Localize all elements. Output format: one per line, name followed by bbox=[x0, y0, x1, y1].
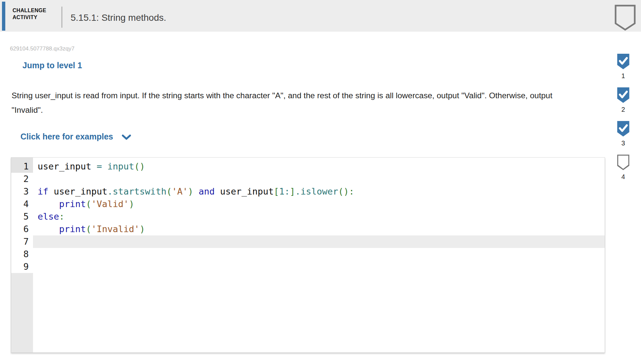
level-progress-column: 1234 bbox=[614, 54, 632, 188]
code-line[interactable]: 3if user_input.startswith('A') and user_… bbox=[11, 185, 605, 198]
completed-shield-icon bbox=[617, 121, 629, 136]
code-token: ) bbox=[188, 186, 193, 197]
line-number: 6 bbox=[11, 223, 33, 235]
code-text[interactable] bbox=[33, 235, 605, 248]
code-token bbox=[38, 199, 59, 209]
code-token: ( bbox=[86, 224, 91, 234]
code-token: = bbox=[97, 161, 102, 171]
code-token: 'Invalid' bbox=[91, 224, 140, 234]
code-token: .islower bbox=[295, 186, 338, 197]
activity-title: 5.15.1: String methods. bbox=[71, 13, 166, 23]
line-number: 9 bbox=[11, 260, 33, 273]
code-token: () bbox=[338, 186, 349, 197]
line-number: 1 bbox=[11, 158, 33, 173]
shield-outline-icon bbox=[615, 5, 636, 32]
examples-toggle-link[interactable]: Click here for examples bbox=[20, 131, 131, 142]
code-text[interactable]: user_input = input() bbox=[33, 158, 605, 173]
line-number: 8 bbox=[11, 248, 33, 260]
code-text[interactable]: print('Valid') bbox=[33, 198, 605, 210]
code-line[interactable]: 4 print('Valid') bbox=[11, 198, 605, 210]
line-number: 7 bbox=[11, 235, 33, 248]
level-badge-4: 4 bbox=[617, 155, 629, 181]
code-text[interactable]: print('Invalid') bbox=[33, 223, 605, 235]
content-resource-id: 629104.5077788.qx3zqy7 bbox=[10, 46, 75, 52]
code-token bbox=[193, 186, 198, 197]
code-token: print bbox=[59, 224, 86, 234]
activity-header: CHALLENGE ACTIVITY 5.15.1: String method… bbox=[0, 0, 641, 32]
code-token: else bbox=[38, 211, 59, 222]
completed-shield-icon bbox=[617, 54, 629, 69]
code-token: ) bbox=[129, 199, 134, 209]
empty-shield-icon bbox=[617, 155, 629, 170]
code-token: [ bbox=[274, 186, 279, 197]
code-token bbox=[102, 161, 107, 171]
code-line[interactable]: 5else: bbox=[11, 210, 605, 223]
jump-to-level-link[interactable]: Jump to level 1 bbox=[22, 61, 82, 70]
editor-filler bbox=[11, 273, 605, 352]
code-text[interactable] bbox=[33, 173, 605, 185]
code-line[interactable]: 6 print('Invalid') bbox=[11, 223, 605, 235]
code-token: print bbox=[59, 199, 86, 209]
level-number: 4 bbox=[621, 173, 625, 181]
gutter-filler bbox=[11, 273, 33, 352]
code-token: .startswith bbox=[107, 186, 166, 197]
code-token: input bbox=[107, 161, 134, 171]
empty-shield-fill bbox=[618, 156, 628, 169]
code-token: : bbox=[349, 186, 354, 197]
examples-toggle-label: Click here for examples bbox=[20, 132, 113, 141]
level-number: 3 bbox=[621, 139, 625, 147]
code-editor[interactable]: 1user_input = input()23if user_input.sta… bbox=[11, 157, 605, 353]
code-token: : bbox=[59, 211, 64, 222]
code-token: if bbox=[38, 186, 49, 197]
line-number: 5 bbox=[11, 210, 33, 223]
code-filler[interactable] bbox=[33, 273, 605, 352]
code-token: 'A' bbox=[172, 186, 188, 197]
header-divider bbox=[61, 7, 62, 28]
chevron-down-icon bbox=[122, 133, 131, 142]
code-token: 'Valid' bbox=[91, 199, 129, 209]
line-number: 2 bbox=[11, 173, 33, 185]
code-line[interactable]: 8 bbox=[11, 248, 605, 260]
code-line[interactable]: 1user_input = input() bbox=[11, 158, 605, 173]
code-token: user_input bbox=[215, 186, 274, 197]
code-line[interactable]: 9 bbox=[11, 260, 605, 273]
code-token: ] bbox=[290, 186, 295, 197]
code-token: user_input bbox=[38, 161, 97, 171]
code-text[interactable] bbox=[33, 248, 605, 260]
accent-bar bbox=[2, 2, 5, 31]
challenge-activity-page: CHALLENGE ACTIVITY 5.15.1: String method… bbox=[0, 0, 641, 364]
code-token: and bbox=[199, 186, 215, 197]
level-badge-1: 1 bbox=[617, 54, 629, 80]
code-line[interactable]: 2 bbox=[11, 173, 605, 185]
line-number: 4 bbox=[11, 198, 33, 210]
code-token: ) bbox=[140, 224, 145, 234]
code-text[interactable]: if user_input.startswith('A') and user_i… bbox=[33, 185, 605, 198]
code-token: 1: bbox=[279, 186, 290, 197]
code-token: () bbox=[134, 161, 145, 171]
level-number: 2 bbox=[621, 106, 625, 113]
code-token: ( bbox=[166, 186, 172, 197]
level-badge-2: 2 bbox=[617, 87, 629, 113]
code-token bbox=[38, 224, 59, 234]
kicker-line-2: ACTIVITY bbox=[13, 14, 46, 21]
code-token: ( bbox=[86, 199, 91, 209]
kicker-line-1: CHALLENGE bbox=[13, 7, 46, 14]
level-number: 1 bbox=[621, 72, 625, 80]
code-line[interactable]: 7 bbox=[11, 235, 605, 248]
activity-kicker: CHALLENGE ACTIVITY bbox=[13, 7, 46, 21]
code-text[interactable]: else: bbox=[33, 210, 605, 223]
problem-statement: String user_input is read from input. If… bbox=[12, 88, 566, 117]
code-token: user_input bbox=[49, 186, 108, 197]
completed-shield-icon bbox=[617, 87, 629, 103]
line-number: 3 bbox=[11, 185, 33, 198]
level-badge-3: 3 bbox=[617, 121, 629, 147]
code-text[interactable] bbox=[33, 260, 605, 273]
